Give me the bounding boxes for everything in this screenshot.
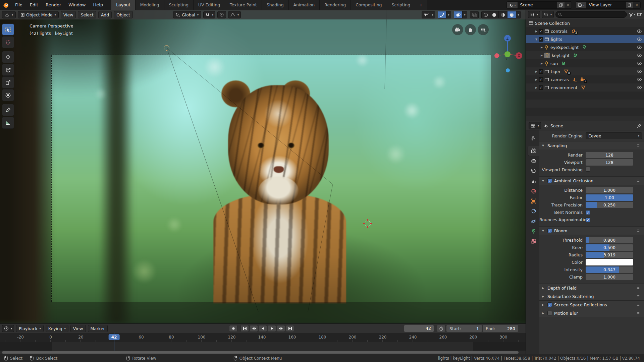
3d-viewport[interactable]: Camera Perspective (42) lights | keyLigh… bbox=[0, 10, 526, 323]
section-checkbox[interactable]: ✓ bbox=[547, 228, 552, 233]
overlays-dropdown-chevron[interactable]: ▾ bbox=[463, 11, 467, 18]
zoom-view-button[interactable] bbox=[478, 24, 489, 35]
section-checkbox[interactable]: ✓ bbox=[547, 302, 552, 307]
eye-icon[interactable] bbox=[637, 77, 642, 82]
view-layer-copy-button[interactable] bbox=[626, 2, 633, 8]
collection-checkbox[interactable]: ✓ bbox=[539, 29, 543, 34]
color-color-swatch[interactable] bbox=[586, 259, 633, 265]
xray-toggle[interactable] bbox=[470, 11, 479, 18]
render-field[interactable]: 128 bbox=[586, 152, 633, 158]
distance-field[interactable]: 1.000 bbox=[586, 187, 633, 193]
viewport-denoising-checkbox[interactable] bbox=[586, 167, 590, 172]
workspace-tab-layout[interactable]: Layout bbox=[111, 0, 136, 10]
disclosure-right-icon[interactable]: ▶ bbox=[534, 86, 539, 89]
current-frame-badge[interactable]: 42 bbox=[109, 334, 120, 340]
workspace-tab-animation[interactable]: Animation bbox=[289, 0, 320, 10]
object-visibility-dropdown[interactable] bbox=[422, 11, 430, 18]
eye-icon[interactable] bbox=[637, 29, 642, 34]
viewport-menu-view[interactable]: View bbox=[61, 11, 76, 18]
properties-tab-texture-icon[interactable] bbox=[528, 236, 539, 246]
eye-icon[interactable] bbox=[637, 69, 642, 74]
editor-type-3d-viewport-icon[interactable]: ▾ bbox=[2, 11, 16, 18]
next-keyframe-button[interactable] bbox=[277, 325, 285, 332]
topbar-menu-help[interactable]: Help bbox=[90, 0, 107, 10]
section-header-sampling[interactable]: ▼Sampling bbox=[539, 141, 644, 149]
timeline-menu-keying[interactable]: Keying▾ bbox=[46, 325, 68, 332]
frame-end-field[interactable]: End: 280 bbox=[483, 325, 518, 332]
outliner-row-controls[interactable]: ▶✓controls3 bbox=[526, 27, 644, 35]
blender-logo-icon[interactable] bbox=[0, 0, 11, 10]
eye-icon[interactable] bbox=[637, 53, 642, 58]
topbar-menu-edit[interactable]: Edit bbox=[26, 0, 42, 10]
viewport-menu-add[interactable]: Add bbox=[98, 11, 112, 18]
properties-tab-object-icon[interactable] bbox=[528, 196, 539, 206]
timeline-menu-marker[interactable]: Marker bbox=[88, 325, 108, 332]
transform-orientation-selector[interactable]: Global▾ bbox=[173, 11, 201, 18]
frame-start-field[interactable]: Start: 1 bbox=[446, 325, 482, 332]
play-reverse-button[interactable] bbox=[259, 325, 267, 332]
shading-dropdown-chevron[interactable]: ▾ bbox=[516, 11, 521, 18]
camera-view-button[interactable] bbox=[452, 24, 463, 35]
shading-rendered-button[interactable] bbox=[507, 11, 516, 18]
disclosure-right-icon[interactable]: ▶ bbox=[539, 46, 544, 49]
properties-tab-render-icon[interactable] bbox=[528, 146, 539, 156]
workspace-tab-sculpting[interactable]: Sculpting bbox=[164, 0, 194, 10]
render-engine-dropdown[interactable]: Eevee ▾ bbox=[586, 132, 642, 139]
timeline-tracks[interactable] bbox=[0, 342, 526, 351]
section-checkbox[interactable]: ✓ bbox=[547, 178, 552, 183]
timeline-menu-view[interactable]: View bbox=[70, 325, 86, 332]
topbar-menu-window[interactable]: Window bbox=[65, 0, 89, 10]
collection-checkbox[interactable]: ✓ bbox=[539, 37, 543, 42]
outliner-row-scene-collection[interactable]: Scene Collection bbox=[526, 19, 644, 27]
view-layer-name[interactable]: View Layer bbox=[586, 2, 626, 8]
intensity-slider[interactable]: 0.347 bbox=[586, 266, 633, 273]
properties-tab-scene-icon[interactable] bbox=[528, 176, 539, 186]
timeline-menu-playback[interactable]: Playback▾ bbox=[16, 325, 44, 332]
editor-type-timeline-icon[interactable]: ▾ bbox=[2, 325, 14, 332]
new-collection-button[interactable] bbox=[637, 12, 642, 17]
viewport-menu-select[interactable]: Select bbox=[78, 11, 96, 18]
show-overlays-toggle[interactable] bbox=[454, 11, 463, 18]
trace-precision-slider[interactable]: 0.250 bbox=[586, 202, 633, 208]
outliner-row-cameras[interactable]: ▶✓cameras2 bbox=[526, 75, 644, 83]
viewport-field[interactable]: 128 bbox=[586, 159, 633, 166]
threshold-slider[interactable]: 0.800 bbox=[586, 237, 633, 243]
eye-icon[interactable] bbox=[637, 45, 642, 50]
jump-end-button[interactable] bbox=[286, 325, 294, 332]
properties-tab-tool-icon[interactable] bbox=[528, 133, 539, 143]
eye-icon[interactable] bbox=[637, 61, 642, 66]
tool-cursor-button[interactable] bbox=[2, 36, 14, 48]
use-preview-range-toggle[interactable] bbox=[437, 325, 445, 332]
tool-rotate-button[interactable] bbox=[2, 64, 14, 76]
outliner-row-lights[interactable]: ▼✓lights bbox=[526, 35, 644, 43]
visibility-dropdown-chevron[interactable]: ▾ bbox=[430, 11, 435, 18]
section-header-depth-of-field[interactable]: ▶Depth of Field bbox=[539, 284, 644, 292]
eye-icon[interactable] bbox=[637, 85, 642, 90]
axis-navigation-gizmo[interactable]: Z X Y bbox=[493, 23, 522, 77]
radius-slider[interactable]: 3.919 bbox=[586, 252, 633, 258]
view-layer-selector[interactable]: ▾ View Layer ✕ bbox=[575, 1, 641, 9]
tool-annotate-button[interactable] bbox=[2, 104, 14, 116]
keylight-origin-marker[interactable] bbox=[164, 45, 169, 51]
topbar-menu-render[interactable]: Render bbox=[42, 0, 65, 10]
viewport-menu-object[interactable]: Object bbox=[114, 11, 133, 18]
proportional-editing-toggle[interactable] bbox=[217, 11, 226, 18]
outliner-row-tiger[interactable]: ▶✓tiger8 bbox=[526, 67, 644, 75]
workspace-tab-uv-editing[interactable]: UV Editing bbox=[194, 0, 225, 10]
snap-toggle[interactable]: ▾ bbox=[203, 11, 215, 18]
outliner-search-input[interactable] bbox=[555, 11, 627, 18]
light-target-crosshair[interactable] bbox=[363, 219, 372, 228]
workspace-tab-shading[interactable]: Shading bbox=[262, 0, 289, 10]
shading-material-button[interactable] bbox=[499, 11, 507, 18]
workspace-tab-rendering[interactable]: Rendering bbox=[320, 0, 351, 10]
section-header-motion-blur[interactable]: ▶Motion Blur bbox=[539, 309, 644, 317]
properties-tab-world-icon[interactable] bbox=[528, 186, 539, 196]
properties-tab-physics-icon[interactable] bbox=[528, 216, 539, 226]
collection-checkbox[interactable]: ✓ bbox=[539, 77, 543, 82]
knee-slider[interactable]: 0.500 bbox=[586, 244, 633, 251]
proportional-falloff-selector[interactable]: ▾ bbox=[228, 11, 241, 18]
collection-checkbox[interactable]: ✓ bbox=[539, 69, 543, 74]
section-header-bloom[interactable]: ▼✓Bloom bbox=[539, 226, 644, 235]
properties-tab-object-data-icon[interactable] bbox=[528, 226, 539, 236]
outliner-row-sun[interactable]: ▶sun bbox=[526, 59, 644, 67]
